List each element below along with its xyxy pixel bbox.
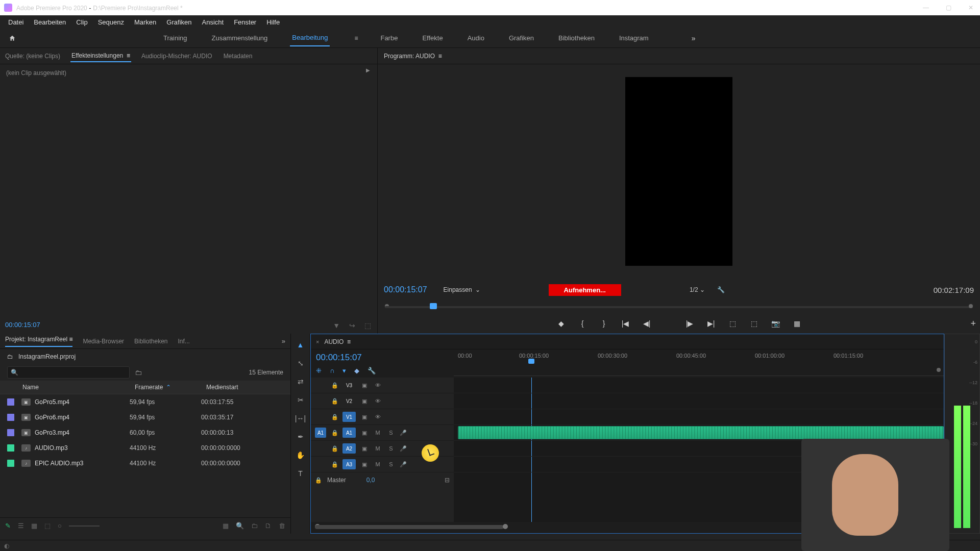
find-button[interactable]: ▦ [223,522,229,530]
timeline-scrollbar[interactable] [315,525,504,529]
step-forward-button[interactable]: |▶ [685,319,694,328]
scrub-track[interactable] [385,306,973,308]
go-to-out-button[interactable]: ▶| [706,319,716,328]
sync-lock-icon[interactable]: ▣ [360,382,369,389]
master-value[interactable]: 0,0 [366,477,375,484]
eye-icon[interactable]: 👁 [373,398,382,404]
tab-media-browser[interactable]: Media-Browser [83,338,124,345]
workspace-audio[interactable]: Audio [465,30,486,46]
track-v1[interactable] [454,409,944,425]
resolution-select[interactable]: 1/2 ⌄ [690,286,705,293]
close-button[interactable]: ✕ [966,4,976,11]
insert-icon[interactable]: ↪ [349,321,355,330]
zoom-in-handle[interactable] [503,524,508,529]
add-marker-button[interactable]: ◆ [354,367,359,374]
add-button[interactable]: + [970,318,976,329]
mute-button[interactable]: M [373,430,382,436]
solo-button[interactable]: S [386,445,396,452]
track-v2[interactable] [454,393,944,409]
tab-source[interactable]: Quelle: (keine Clips) [4,51,61,62]
overwrite-icon[interactable]: ⬚ [364,321,371,330]
solo-button[interactable]: S [386,430,396,436]
menu-datei[interactable]: Datei [3,16,29,28]
mute-button[interactable]: M [373,445,382,452]
solo-button[interactable]: S [386,461,396,467]
hand-tool[interactable]: ✋ [295,449,307,461]
workspace-bearbeitung[interactable]: Bearbeitung [290,30,330,46]
new-bin-footer-button[interactable]: 🗀 [251,522,258,530]
eye-icon[interactable]: 👁 [373,382,382,388]
lift-button[interactable]: ⬚ [728,319,737,328]
workspace-overflow-button[interactable]: » [692,34,696,42]
timeline-timecode[interactable]: 00:00:15:07 [316,353,449,363]
sync-lock-icon[interactable]: ▣ [360,445,369,452]
new-item-button[interactable]: ✎ [5,522,11,530]
minimize-button[interactable]: — [921,4,931,11]
lock-icon[interactable]: 🔒 [331,382,338,389]
list-item[interactable]: ♪EPIC AUDIO.mp344100 Hz00:00:00:0000 [0,456,290,471]
collapse-button[interactable]: ▶ [366,67,370,73]
slip-tool[interactable]: |↔| [295,412,307,424]
lock-icon[interactable]: 🔒 [331,445,338,452]
menu-grafiken[interactable]: Grafiken [161,16,197,28]
lock-icon[interactable]: 🔒 [331,430,338,436]
workspace-bibliotheken[interactable]: Bibliotheken [556,30,597,46]
menu-ansicht[interactable]: Ansicht [197,16,229,28]
eye-icon[interactable]: 👁 [373,414,382,420]
mic-icon[interactable]: 🎤 [400,445,407,452]
new-bin-button[interactable]: 🗀 [135,368,142,377]
linked-selection-button[interactable]: ∩ [330,367,334,374]
scrub-end-handle[interactable] [969,304,973,308]
extract-button[interactable]: ⬚ [749,319,758,328]
tab-audio-mixer[interactable]: Audioclip-Mischer: AUDIO [140,51,213,62]
menu-sequenz[interactable]: Sequenz [93,16,129,28]
zoom-handle[interactable] [937,368,941,372]
list-view-button[interactable]: ☰ [18,522,24,530]
snap-button[interactable]: ⁜ [316,367,322,374]
menu-hilfe[interactable]: Hilfe [261,16,285,28]
filter-icon[interactable]: ▼ [333,321,340,330]
project-overflow-button[interactable]: » [282,337,285,345]
track-header-a1[interactable]: A1🔒A1▣MS🎤 [311,425,454,441]
playhead[interactable] [528,359,534,364]
lock-icon[interactable]: 🔒 [331,398,338,405]
tab-libraries[interactable]: Bibliotheken [134,338,167,345]
ripple-edit-tool[interactable]: ⇄ [295,375,307,388]
search-button[interactable]: 🔍 [236,522,244,530]
list-item[interactable]: ▣GoPro3.mp460,00 fps00:00:00:13 [0,425,290,440]
freeform-view-button[interactable]: ⬚ [44,522,51,530]
export-frame-button[interactable]: 📷 [771,319,780,328]
maximize-button[interactable]: ▢ [943,4,953,11]
tab-info[interactable]: Inf... [178,338,190,345]
comparison-button[interactable]: ▦ [792,319,801,328]
menu-fenster[interactable]: Fenster [229,16,261,28]
workspace-farbe[interactable]: Farbe [378,30,400,46]
list-item[interactable]: ▣GoPro5.mp459,94 fps00:03:17:55 [0,394,290,410]
settings-icon[interactable]: 🔧 [717,286,725,293]
col-medienstart[interactable]: Medienstart [206,384,278,391]
sync-lock-icon[interactable]: ▣ [360,461,369,468]
pen-tool[interactable]: ✒ [295,431,307,443]
close-sequence-button[interactable]: × [316,339,319,345]
razor-tool[interactable]: ✂ [295,394,307,406]
tab-project[interactable]: Projekt: InstagramReel ≡ [5,336,72,347]
delete-button[interactable]: 🗑 [279,522,285,530]
search-input[interactable]: 🔍 [7,366,130,379]
step-back-button[interactable]: ◀| [642,319,651,328]
program-monitor[interactable] [378,64,980,279]
sequence-name[interactable]: AUDIO ≡ [324,338,351,345]
selection-tool[interactable]: ▲ [295,339,307,351]
sync-lock-icon[interactable]: ▣ [360,430,369,436]
mark-in-icon[interactable]: { [578,319,587,328]
lock-icon[interactable]: 🔒 [315,477,322,484]
icon-view-button[interactable]: ▦ [31,522,37,530]
workspace-grafiken[interactable]: Grafiken [507,30,536,46]
track-v3[interactable] [454,378,944,393]
tab-metadata[interactable]: Metadaten [223,51,254,62]
workspace-effekte[interactable]: Effekte [420,30,445,46]
col-name[interactable]: Name [7,384,135,391]
workspace-training[interactable]: Training [161,30,189,46]
type-tool[interactable]: T [295,467,307,480]
track-header-v1[interactable]: 🔒V1▣👁 [311,409,454,425]
tab-effect-controls[interactable]: Effekteinstellungen ≡ [70,50,131,62]
